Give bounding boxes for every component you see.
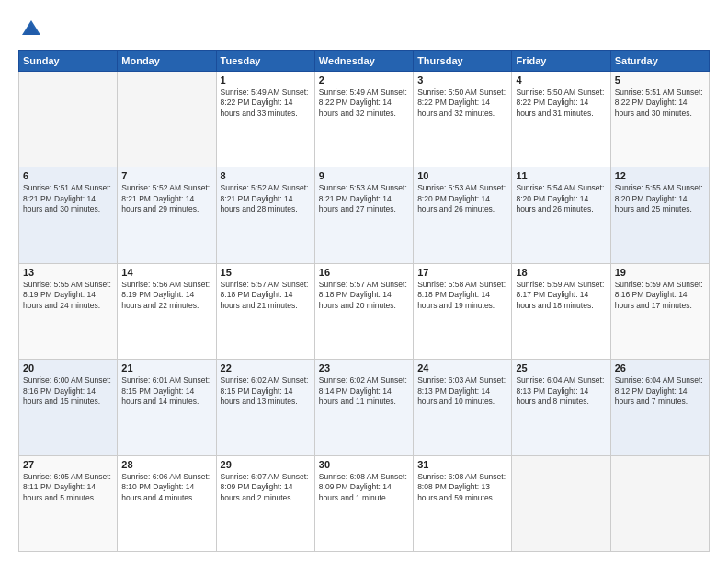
cell-content: Sunrise: 6:00 AM Sunset: 8:16 PM Dayligh…: [23, 375, 113, 407]
calendar-week-1: 1Sunrise: 5:49 AM Sunset: 8:22 PM Daylig…: [19, 72, 710, 167]
day-number: 14: [121, 267, 211, 278]
calendar-cell: [19, 72, 118, 167]
cell-content: Sunrise: 5:57 AM Sunset: 8:18 PM Dayligh…: [319, 280, 409, 311]
cell-content: Sunrise: 5:59 AM Sunset: 8:16 PM Dayligh…: [615, 280, 705, 311]
cell-content: Sunrise: 5:53 AM Sunset: 8:20 PM Dayligh…: [417, 183, 507, 214]
day-number: 3: [417, 75, 507, 86]
day-number: 6: [23, 170, 113, 181]
calendar-cell: 30Sunrise: 6:08 AM Sunset: 8:09 PM Dayli…: [314, 455, 413, 551]
calendar-cell: 31Sunrise: 6:08 AM Sunset: 8:08 PM Dayli…: [414, 455, 512, 551]
cell-content: Sunrise: 5:49 AM Sunset: 8:22 PM Dayligh…: [319, 87, 409, 119]
day-header-sunday: Sunday: [19, 51, 118, 72]
day-header-thursday: Thursday: [414, 51, 512, 72]
day-number: 24: [417, 362, 507, 373]
calendar-cell: 21Sunrise: 6:01 AM Sunset: 8:15 PM Dayli…: [118, 360, 216, 455]
cell-content: Sunrise: 6:01 AM Sunset: 8:15 PM Dayligh…: [121, 375, 211, 407]
day-number: 23: [319, 362, 409, 373]
calendar-header-row: SundayMondayTuesdayWednesdayThursdayFrid…: [19, 51, 710, 72]
day-number: 29: [221, 459, 311, 470]
cell-content: Sunrise: 6:08 AM Sunset: 8:08 PM Dayligh…: [417, 472, 507, 503]
calendar-week-5: 27Sunrise: 6:05 AM Sunset: 8:11 PM Dayli…: [19, 455, 710, 551]
logo-icon: [18, 17, 44, 42]
cell-content: Sunrise: 6:02 AM Sunset: 8:14 PM Dayligh…: [319, 375, 409, 407]
cell-content: Sunrise: 6:03 AM Sunset: 8:13 PM Dayligh…: [417, 375, 507, 407]
cell-content: Sunrise: 5:57 AM Sunset: 8:18 PM Dayligh…: [221, 280, 311, 311]
calendar-cell: 8Sunrise: 5:52 AM Sunset: 8:21 PM Daylig…: [216, 167, 314, 263]
day-number: 28: [121, 459, 211, 470]
calendar-cell: 12Sunrise: 5:55 AM Sunset: 8:20 PM Dayli…: [610, 167, 709, 263]
calendar-cell: 16Sunrise: 5:57 AM Sunset: 8:18 PM Dayli…: [314, 263, 413, 359]
day-number: 17: [417, 267, 507, 278]
calendar-cell: 6Sunrise: 5:51 AM Sunset: 8:21 PM Daylig…: [19, 167, 118, 263]
calendar-cell: 1Sunrise: 5:49 AM Sunset: 8:22 PM Daylig…: [216, 72, 314, 167]
day-number: 31: [417, 459, 507, 470]
cell-content: Sunrise: 6:07 AM Sunset: 8:09 PM Dayligh…: [221, 472, 311, 503]
cell-content: Sunrise: 5:56 AM Sunset: 8:19 PM Dayligh…: [121, 280, 211, 311]
cell-content: Sunrise: 5:54 AM Sunset: 8:20 PM Dayligh…: [516, 183, 606, 214]
cell-content: Sunrise: 5:53 AM Sunset: 8:21 PM Dayligh…: [319, 183, 409, 214]
calendar-week-2: 6Sunrise: 5:51 AM Sunset: 8:21 PM Daylig…: [19, 167, 710, 263]
cell-content: Sunrise: 5:51 AM Sunset: 8:22 PM Dayligh…: [615, 87, 705, 119]
day-number: 9: [319, 170, 409, 181]
calendar-cell: 25Sunrise: 6:04 AM Sunset: 8:13 PM Dayli…: [512, 360, 610, 455]
cell-content: Sunrise: 5:50 AM Sunset: 8:22 PM Dayligh…: [417, 87, 507, 119]
cell-content: Sunrise: 5:55 AM Sunset: 8:20 PM Dayligh…: [615, 183, 705, 214]
calendar-cell: 22Sunrise: 6:02 AM Sunset: 8:15 PM Dayli…: [216, 360, 314, 455]
calendar-cell: 29Sunrise: 6:07 AM Sunset: 8:09 PM Dayli…: [216, 455, 314, 551]
calendar-week-4: 20Sunrise: 6:00 AM Sunset: 8:16 PM Dayli…: [19, 360, 710, 455]
calendar-cell: 11Sunrise: 5:54 AM Sunset: 8:20 PM Dayli…: [512, 167, 610, 263]
day-number: 20: [23, 362, 113, 373]
day-header-friday: Friday: [512, 51, 610, 72]
calendar-cell: 5Sunrise: 5:51 AM Sunset: 8:22 PM Daylig…: [610, 72, 709, 167]
calendar-cell: 3Sunrise: 5:50 AM Sunset: 8:22 PM Daylig…: [414, 72, 512, 167]
calendar-cell: 10Sunrise: 5:53 AM Sunset: 8:20 PM Dayli…: [414, 167, 512, 263]
calendar-cell: 15Sunrise: 5:57 AM Sunset: 8:18 PM Dayli…: [216, 263, 314, 359]
day-header-saturday: Saturday: [610, 51, 709, 72]
day-number: 26: [615, 362, 705, 373]
page: SundayMondayTuesdayWednesdayThursdayFrid…: [0, 0, 728, 563]
day-number: 8: [221, 170, 311, 181]
calendar-cell: 2Sunrise: 5:49 AM Sunset: 8:22 PM Daylig…: [314, 72, 413, 167]
day-number: 16: [319, 267, 409, 278]
calendar-cell: 19Sunrise: 5:59 AM Sunset: 8:16 PM Dayli…: [610, 263, 709, 359]
cell-content: Sunrise: 5:49 AM Sunset: 8:22 PM Dayligh…: [221, 87, 311, 119]
day-header-tuesday: Tuesday: [216, 51, 314, 72]
calendar-cell: 14Sunrise: 5:56 AM Sunset: 8:19 PM Dayli…: [118, 263, 216, 359]
day-number: 19: [615, 267, 705, 278]
day-number: 1: [221, 75, 311, 86]
logo: [18, 17, 48, 42]
calendar-cell: [118, 72, 216, 167]
day-number: 18: [516, 267, 606, 278]
cell-content: Sunrise: 5:55 AM Sunset: 8:19 PM Dayligh…: [23, 280, 113, 311]
cell-content: Sunrise: 5:52 AM Sunset: 8:21 PM Dayligh…: [221, 183, 311, 214]
day-number: 25: [516, 362, 606, 373]
calendar-cell: [512, 455, 610, 551]
cell-content: Sunrise: 5:52 AM Sunset: 8:21 PM Dayligh…: [121, 183, 211, 214]
day-number: 13: [23, 267, 113, 278]
cell-content: Sunrise: 6:02 AM Sunset: 8:15 PM Dayligh…: [221, 375, 311, 407]
day-number: 5: [615, 75, 705, 86]
calendar-cell: 24Sunrise: 6:03 AM Sunset: 8:13 PM Dayli…: [414, 360, 512, 455]
day-number: 12: [615, 170, 705, 181]
day-number: 27: [23, 459, 113, 470]
day-number: 10: [417, 170, 507, 181]
day-number: 7: [121, 170, 211, 181]
day-header-wednesday: Wednesday: [314, 51, 413, 72]
day-header-monday: Monday: [118, 51, 216, 72]
calendar-cell: 9Sunrise: 5:53 AM Sunset: 8:21 PM Daylig…: [314, 167, 413, 263]
calendar-cell: 7Sunrise: 5:52 AM Sunset: 8:21 PM Daylig…: [118, 167, 216, 263]
calendar-cell: 23Sunrise: 6:02 AM Sunset: 8:14 PM Dayli…: [314, 360, 413, 455]
calendar-cell: 28Sunrise: 6:06 AM Sunset: 8:10 PM Dayli…: [118, 455, 216, 551]
calendar-cell: 17Sunrise: 5:58 AM Sunset: 8:18 PM Dayli…: [414, 263, 512, 359]
cell-content: Sunrise: 5:51 AM Sunset: 8:21 PM Dayligh…: [23, 183, 113, 214]
cell-content: Sunrise: 6:05 AM Sunset: 8:11 PM Dayligh…: [23, 472, 113, 503]
cell-content: Sunrise: 6:04 AM Sunset: 8:13 PM Dayligh…: [516, 375, 606, 407]
cell-content: Sunrise: 5:58 AM Sunset: 8:18 PM Dayligh…: [417, 280, 507, 311]
calendar-week-3: 13Sunrise: 5:55 AM Sunset: 8:19 PM Dayli…: [19, 263, 710, 359]
day-number: 11: [516, 170, 606, 181]
day-number: 30: [319, 459, 409, 470]
cell-content: Sunrise: 6:06 AM Sunset: 8:10 PM Dayligh…: [121, 472, 211, 503]
cell-content: Sunrise: 6:04 AM Sunset: 8:12 PM Dayligh…: [615, 375, 705, 407]
calendar-cell: 26Sunrise: 6:04 AM Sunset: 8:12 PM Dayli…: [610, 360, 709, 455]
calendar-cell: 27Sunrise: 6:05 AM Sunset: 8:11 PM Dayli…: [19, 455, 118, 551]
